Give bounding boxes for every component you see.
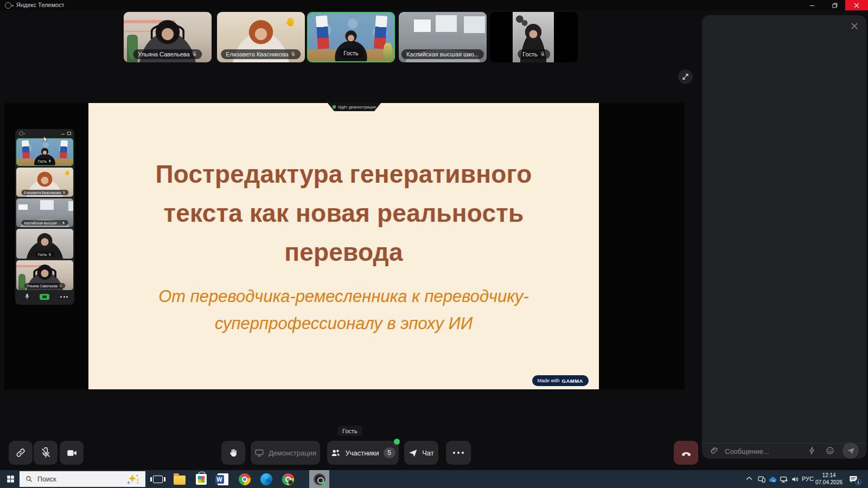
raise-hand-button[interactable] (221, 441, 245, 465)
message-input[interactable] (725, 445, 803, 458)
screen-share-active-banner: Идёт демонстрация (327, 102, 381, 111)
participant-tile-guest2[interactable]: Гость (490, 12, 578, 62)
expand-screen-button[interactable] (678, 69, 693, 84)
mini-tile-guest2: Гость (16, 229, 73, 259)
clock-time: 12:14 (814, 472, 844, 479)
task-view-button[interactable] (151, 472, 164, 486)
participant-name-badge: Гость (339, 48, 363, 58)
send-message-button[interactable] (843, 442, 859, 459)
search-placeholder: Поиск (37, 476, 56, 483)
participant-name-badge: Ульяна Савельева (133, 49, 202, 59)
file-explorer-button[interactable] (173, 472, 186, 486)
more-icon (60, 296, 68, 298)
end-call-icon (680, 447, 692, 459)
raised-hand-icon (64, 170, 71, 176)
chrome-button[interactable] (238, 472, 251, 486)
attach-file-button[interactable] (710, 446, 719, 455)
mic-icon (24, 293, 30, 300)
screen-share-button[interactable]: Демонстрация (251, 441, 320, 465)
camera-button[interactable] (60, 441, 84, 465)
mic-off-icon (540, 52, 545, 57)
microphone-button[interactable] (34, 441, 58, 465)
chrome-profile-button[interactable] (281, 472, 295, 486)
participant-tile-guest-active[interactable]: Гость (307, 12, 395, 62)
badge-brand: GAMMA (562, 378, 583, 384)
action-center-button[interactable]: 1 (848, 474, 858, 483)
mini-tile-ulyana: Ульяна Савельева (16, 260, 73, 290)
participant-name: Гость (343, 50, 359, 56)
participant-tile-kaspiyskaya[interactable]: Каспийская высшая шко... (399, 12, 487, 62)
more-options-button[interactable] (446, 441, 471, 465)
taskbar-clock[interactable]: 12:14 07.04.2026 (814, 472, 844, 486)
telemost-taskbar-button[interactable] (309, 470, 329, 488)
mic-off-icon (291, 52, 296, 57)
chat-icon (409, 448, 418, 458)
telemost-mini-icon (19, 131, 23, 136)
word-button[interactable] (216, 472, 229, 486)
badge-prefix: Made with (538, 378, 560, 383)
more-icon (453, 452, 464, 454)
microsoft-store-button[interactable] (194, 472, 208, 486)
chat-label: Чат (422, 449, 434, 457)
mini-tile-elizaveta: Елизавета Квасникова (16, 168, 73, 197)
mic-off-icon (59, 284, 62, 288)
search-icon (25, 476, 33, 483)
raise-hand-icon (228, 448, 239, 458)
share-status-label: Идёт демонстрация (338, 105, 376, 110)
minimize-button[interactable] (801, 0, 824, 10)
onedrive-icon[interactable] (768, 475, 777, 484)
language-indicator[interactable]: РУС (802, 476, 814, 482)
edge-button[interactable] (259, 472, 273, 486)
screen-share-active-button (40, 294, 49, 300)
taskbar-search-box[interactable]: Поиск (20, 471, 145, 487)
chat-close-button[interactable] (850, 22, 859, 30)
share-status-icon (333, 105, 336, 108)
participant-name-badge: Елизавета Квасникова (221, 49, 301, 59)
yandex-telemost-window: { "titlebar": { "title": "Яндекс Телемос… (0, 0, 868, 488)
camera-icon (66, 447, 78, 459)
slide-title: Постредактура генеративного текста как н… (126, 155, 561, 272)
participant-name-badge: Гость (518, 49, 550, 59)
end-call-button[interactable] (674, 441, 698, 465)
notification-count-badge: 1 (855, 479, 861, 485)
copilot-sparkle-icon (126, 473, 140, 485)
expand-icon (681, 73, 690, 81)
window-titlebar: Яндекс Телемост (0, 0, 868, 10)
chat-input-row (702, 444, 866, 459)
copy-link-button[interactable] (9, 441, 33, 465)
start-button[interactable] (7, 475, 15, 483)
participants-count-badge: 5 (384, 447, 395, 458)
mic-icon (48, 159, 52, 163)
participants-button[interactable]: Участники 5 (327, 441, 399, 465)
participant-tile-ulyana[interactable]: Ульяна Савельева (124, 12, 212, 62)
participant-name: Гость (522, 51, 538, 57)
mini-minimize-icon (61, 132, 65, 134)
active-speaker-label: Гость (337, 426, 362, 436)
participants-icon (330, 448, 341, 458)
mic-off-icon (48, 253, 52, 256)
participant-tile-elizaveta[interactable]: Елизавета Квасникова (217, 12, 305, 62)
raised-hand-icon (284, 16, 296, 28)
screen-share-icon (254, 448, 264, 458)
mouse-cursor (43, 136, 49, 144)
chat-panel (702, 15, 866, 459)
restore-button[interactable] (824, 0, 846, 10)
participant-name: Елизавета Квасникова (226, 51, 288, 57)
chat-button[interactable]: Чат (404, 441, 438, 465)
participant-name-badge: Каспийская высшая шко... (401, 49, 484, 59)
mini-maximize-icon (67, 132, 71, 135)
quick-reactions-button[interactable] (808, 446, 816, 455)
clock-date: 07.04.2026 (814, 479, 844, 486)
tray-show-hidden-icons[interactable] (745, 475, 754, 484)
participant-name: Ульяна Савельева (138, 51, 189, 57)
telemost-app-icon (5, 2, 11, 9)
tray-device-icon[interactable] (757, 475, 766, 484)
screen-share-label: Демонстрация (269, 449, 316, 457)
volume-icon[interactable] (791, 475, 800, 484)
close-button[interactable] (845, 0, 868, 10)
mic-off-icon (62, 191, 66, 195)
network-icon[interactable] (780, 475, 788, 484)
emoji-button[interactable] (826, 446, 834, 455)
floating-participants-panel: Гость Елизавета Квасникова Каспийская вы… (15, 129, 74, 305)
mini-tile-kaspiyskaya: Каспийская высшая ... (16, 198, 73, 227)
